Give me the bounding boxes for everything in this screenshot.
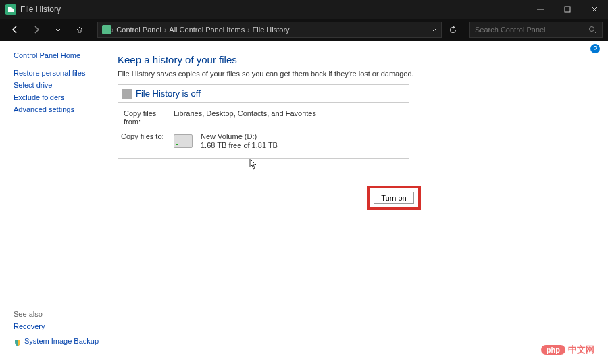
back-button[interactable] bbox=[5, 20, 24, 39]
drive-icon bbox=[174, 134, 193, 148]
sidebar: Control Panel Home Restore personal file… bbox=[0, 41, 101, 364]
control-panel-icon bbox=[102, 25, 111, 34]
sidebar-link-select-drive[interactable]: Select drive bbox=[14, 81, 101, 89]
minimize-button[interactable] bbox=[527, 0, 554, 19]
up-button[interactable] bbox=[70, 20, 89, 39]
copy-from-value: Libraries, Desktop, Contacts, and Favori… bbox=[174, 109, 316, 126]
drive-name: New Volume (D:) bbox=[201, 132, 278, 141]
copy-from-label: Copy files from: bbox=[124, 109, 166, 126]
page-subtext: File History saves copies of your files … bbox=[118, 70, 588, 78]
turn-on-button[interactable]: Turn on bbox=[374, 192, 414, 204]
breadcrumb-mid[interactable]: All Control Panel Items bbox=[166, 26, 247, 34]
cursor-icon bbox=[249, 158, 259, 170]
seealso-system-image[interactable]: System Image Backup bbox=[24, 337, 99, 345]
close-button[interactable] bbox=[581, 0, 608, 19]
sidebar-link-advanced[interactable]: Advanced settings bbox=[14, 105, 101, 113]
main-panel: Keep a history of your files File Histor… bbox=[101, 41, 608, 364]
chevron-down-icon[interactable] bbox=[430, 26, 437, 33]
file-history-app-icon bbox=[5, 4, 16, 15]
drive-space: 1.68 TB free of 1.81 TB bbox=[201, 141, 278, 150]
title-bar: File History bbox=[0, 0, 608, 19]
address-bar[interactable]: › Control Panel › All Control Panel Item… bbox=[97, 22, 442, 38]
search-box[interactable] bbox=[469, 22, 603, 38]
page-heading: Keep a history of your files bbox=[118, 54, 588, 66]
svg-rect-2 bbox=[565, 7, 570, 12]
status-text: File History is off bbox=[136, 88, 201, 99]
status-flag-icon bbox=[122, 89, 132, 99]
sidebar-link-exclude[interactable]: Exclude folders bbox=[14, 93, 101, 101]
copy-to-label: Copy files to: bbox=[121, 132, 164, 140]
content-area: ? Control Panel Home Restore personal fi… bbox=[0, 41, 608, 364]
seealso-recovery[interactable]: Recovery bbox=[14, 322, 45, 330]
control-panel-home-link[interactable]: Control Panel Home bbox=[14, 51, 101, 59]
turn-on-highlight: Turn on bbox=[367, 186, 421, 210]
shield-icon bbox=[14, 339, 22, 347]
watermark: php 中文网 bbox=[541, 344, 594, 356]
recent-dropdown[interactable] bbox=[49, 20, 68, 39]
nav-bar: › Control Panel › All Control Panel Item… bbox=[0, 19, 608, 41]
window-title: File History bbox=[20, 5, 61, 14]
search-icon bbox=[588, 26, 597, 34]
breadcrumb-leaf[interactable]: File History bbox=[250, 26, 293, 34]
see-also-label: See also bbox=[14, 310, 101, 318]
status-box: File History is off Copy files from: Lib… bbox=[118, 84, 409, 159]
svg-rect-5 bbox=[102, 25, 111, 34]
search-input[interactable] bbox=[475, 26, 588, 34]
forward-button[interactable] bbox=[27, 20, 46, 39]
sidebar-link-restore[interactable]: Restore personal files bbox=[14, 69, 101, 77]
svg-point-6 bbox=[590, 27, 594, 32]
svg-line-7 bbox=[594, 31, 596, 33]
watermark-text: 中文网 bbox=[568, 344, 594, 356]
breadcrumb-root[interactable]: Control Panel bbox=[113, 26, 164, 34]
maximize-button[interactable] bbox=[554, 0, 581, 19]
watermark-badge: php bbox=[541, 345, 565, 355]
refresh-button[interactable] bbox=[445, 22, 461, 38]
